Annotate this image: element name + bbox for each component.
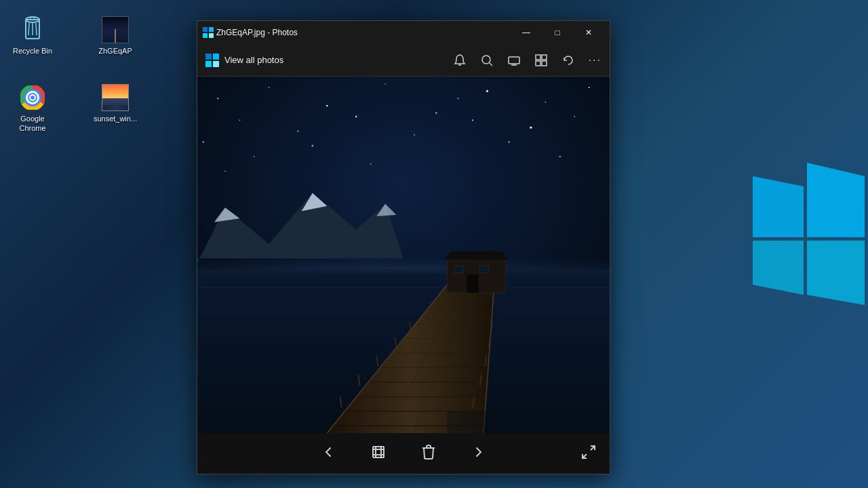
maximize-button[interactable]: □ [542,21,573,44]
more-options-icon[interactable]: ··· [589,54,601,66]
svg-point-51 [509,142,510,143]
svg-point-42 [297,130,298,131]
recycle-bin-label: Recycle Bin [13,46,52,56]
svg-rect-25 [509,57,519,64]
svg-point-49 [254,156,255,157]
svg-point-55 [559,156,561,157]
svg-marker-0 [807,163,865,237]
recycle-bin-icon[interactable]: Recycle Bin [5,14,60,58]
svg-point-33 [217,98,218,99]
minimize-button[interactable]: — [511,21,542,44]
svg-rect-14 [203,27,208,32]
zhggeqap-thumbnail [102,16,129,43]
svg-point-36 [384,83,386,85]
svg-point-41 [239,120,241,121]
svg-rect-29 [542,55,547,60]
svg-rect-102 [447,411,505,433]
previous-button[interactable] [320,444,336,464]
svg-rect-18 [205,54,212,60]
svg-point-46 [530,127,532,129]
svg-point-39 [545,102,546,103]
delete-button[interactable] [420,444,437,464]
svg-point-54 [224,171,226,172]
svg-marker-1 [753,176,804,237]
svg-rect-99 [480,266,489,273]
svg-point-13 [31,96,35,100]
recycle-bin-image [19,16,46,43]
svg-marker-2 [807,241,865,305]
toolbar: View all photos [197,44,610,77]
svg-point-56 [370,163,372,165]
sunset-file-icon[interactable]: sunset_win... [88,81,142,126]
photos-window: ZhGEqAP.jpg - Photos — □ ✕ View all phot… [197,20,610,474]
svg-point-45 [472,119,473,121]
toolbar-right: ··· [453,54,601,67]
zhggeqap-label: ZhGEqAP [98,46,132,56]
svg-rect-19 [213,54,219,60]
svg-rect-15 [209,27,214,32]
zhggeqap-file-icon[interactable]: ZhGEqAP [88,14,142,58]
rotate-icon[interactable] [561,54,575,67]
svg-rect-16 [203,33,208,38]
windows-logo [746,149,868,339]
chrome-image [19,84,46,111]
window-controls: — □ ✕ [511,21,604,44]
svg-point-40 [589,87,590,88]
sunset-thumbnail [102,84,129,111]
svg-line-95 [492,322,492,331]
slideshow-icon[interactable] [507,54,521,67]
photo-image [197,77,610,433]
toolbar-left: View all photos [205,54,453,67]
svg-rect-31 [542,61,547,66]
desktop: Recycle Bin ZhGEqAP Google Chrome [0,0,868,488]
zoom-icon[interactable] [480,54,494,67]
share-icon[interactable] [453,54,467,67]
svg-rect-30 [536,61,540,66]
view-all-photos-button[interactable]: View all photos [224,55,283,65]
photos-app-icon [203,27,214,38]
photos-icon [205,54,219,67]
title-bar: ZhGEqAP.jpg - Photos — □ ✕ [197,21,610,44]
next-button[interactable] [471,444,487,464]
svg-rect-28 [536,55,540,60]
svg-point-34 [269,87,270,88]
svg-rect-17 [209,33,214,38]
svg-point-44 [414,134,415,136]
svg-marker-3 [753,241,804,295]
svg-rect-20 [205,61,212,67]
close-button[interactable]: ✕ [573,21,604,44]
sunset-label: sunset_win... [94,114,137,123]
svg-point-35 [326,105,328,107]
crop-button[interactable] [370,444,387,464]
svg-rect-98 [454,266,463,273]
svg-rect-21 [213,61,219,67]
svg-point-53 [457,98,458,99]
svg-line-6 [28,23,29,35]
google-chrome-icon[interactable]: Google Chrome [5,81,60,136]
chrome-label: Google Chrome [8,114,57,134]
svg-point-23 [482,56,490,64]
bottom-toolbar [197,433,610,474]
svg-marker-97 [443,251,509,260]
svg-point-38 [486,90,488,92]
window-title: ZhGEqAP.jpg - Photos [216,28,511,37]
expand-button[interactable] [581,445,596,463]
svg-line-8 [36,23,37,35]
svg-rect-103 [373,447,384,458]
svg-point-47 [574,116,575,117]
photo-display[interactable] [197,77,610,433]
edit-icon[interactable] [534,54,548,67]
svg-rect-100 [467,274,478,293]
svg-point-37 [435,113,437,114]
svg-point-43 [355,116,357,118]
svg-point-48 [203,142,204,143]
bottom-actions [320,444,487,464]
svg-point-50 [312,145,314,147]
svg-line-24 [490,63,492,66]
